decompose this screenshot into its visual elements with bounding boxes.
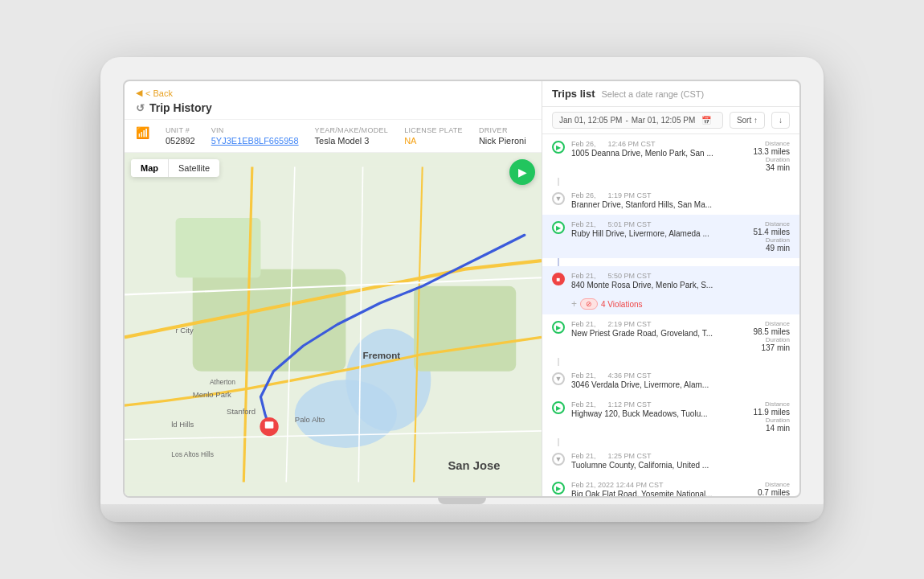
trip-location: Ruby Hill Drive, Livermore, Alameda ... — [571, 229, 746, 238]
sort-button[interactable]: Sort ↑ — [730, 112, 765, 129]
trip-time: Feb 21, 2:19 PM CST — [571, 320, 746, 328]
map-container: Map Satellite — [125, 153, 542, 496]
svg-text:Atherton: Atherton — [210, 378, 235, 386]
trip-item-selected[interactable]: ▶ Feb 21, 5:01 PM CST Ruby Hill Drive, L… — [542, 215, 799, 258]
duration-label: Duration — [753, 236, 790, 244]
svg-text:Palo Alto: Palo Alto — [295, 415, 325, 424]
trips-toolbar: Jan 01, 12:05 PM - Mar 01, 12:05 PM 📅 So… — [542, 107, 799, 134]
trip-time: Feb 21, 5:50 PM CST — [571, 272, 790, 280]
download-button[interactable]: ↓ — [771, 112, 790, 129]
svg-text:Los Altos Hills: Los Altos Hills — [171, 450, 214, 458]
trip-details: Feb 21, 1:12 PM CST Highway 120, Buck Me… — [571, 400, 746, 418]
trip-start-icon: ▶ — [552, 141, 565, 154]
play-button[interactable]: ▶ — [509, 159, 535, 185]
driver-group: Driver Nick Pieroni — [479, 126, 526, 146]
svg-rect-16 — [265, 421, 274, 428]
date-separator: - — [625, 116, 628, 125]
distance-label: Distance — [758, 481, 790, 488]
violations-row[interactable]: + ⊘ 4 Violations — [542, 295, 799, 314]
laptop-shell: ◀ < Back ↺ Trip History 📶 Unit # 052892 — [100, 57, 824, 522]
violations-label: 4 Violations — [601, 300, 643, 309]
trip-details: Feb 21, 2022 12:44 PM CST Big Oak Flat R… — [571, 481, 751, 496]
distance-label: Distance — [753, 220, 790, 228]
trip-details: Feb 21, 1:25 PM CST Tuolumne County, Cal… — [571, 452, 790, 470]
trip-time: Feb 21, 5:01 PM CST — [571, 220, 746, 228]
trip-location: Tuolumne County, California, United ... — [571, 461, 790, 470]
trip-end-icon: ■ — [552, 273, 565, 285]
left-panel: ◀ < Back ↺ Trip History 📶 Unit # 052892 — [125, 81, 542, 496]
date-from: Jan 01, 12:05 PM — [559, 116, 622, 125]
svg-text:Menlo Park: Menlo Park — [193, 390, 231, 399]
trip-item-selected-end[interactable]: ■ Feb 21, 5:50 PM CST 840 Monte Rosa Dri… — [542, 266, 799, 295]
plate-label: License Plate — [404, 126, 463, 134]
duration-value: 49 min — [753, 244, 790, 253]
trip-arrow-icon: ▼ — [552, 372, 565, 385]
laptop-base — [100, 504, 824, 522]
trip-item[interactable]: ▼ Feb 26, 1:19 PM CST Branner Drive, Sta… — [542, 186, 799, 215]
distance-label: Distance — [753, 400, 790, 408]
trips-list: ▶ Feb 26, 12:46 PM CST 1005 Deanna Drive… — [542, 134, 799, 496]
tab-satellite[interactable]: Satellite — [169, 159, 219, 177]
calendar-icon: 📅 — [701, 116, 711, 125]
vin-value[interactable]: 5YJ3E1EB8LF665958 — [211, 136, 299, 146]
distance-value: 51.4 miles — [753, 228, 790, 236]
trip-time: Feb 26, 12:46 PM CST — [571, 140, 746, 148]
svg-text:Fremont: Fremont — [363, 350, 401, 360]
duration-label: Duration — [753, 336, 790, 343]
vin-group: VIN 5YJ3E1EB8LF665958 — [211, 126, 299, 146]
plate-group: License Plate NA — [404, 126, 463, 146]
map-svg: San Jose Fremont r City ld Hills Los Alt… — [125, 153, 542, 496]
screen-content: ◀ < Back ↺ Trip History 📶 Unit # 052892 — [125, 81, 799, 496]
back-label: < Back — [145, 88, 173, 98]
driver-label: Driver — [479, 126, 526, 134]
trip-start-icon: ▶ — [552, 482, 565, 495]
svg-rect-5 — [414, 286, 516, 372]
vehicle-info: 📶 Unit # 052892 VIN 5YJ3E1EB8LF665958 Ye… — [125, 120, 542, 153]
date-to: Mar 01, 12:05 PM — [632, 116, 695, 125]
trip-location: 840 Monte Rosa Drive, Menlo Park, S... — [571, 281, 790, 290]
connector-line — [558, 358, 559, 366]
trip-details: Feb 26, 1:19 PM CST Branner Drive, Stanf… — [571, 191, 790, 209]
trip-location: Big Oak Flat Road, Yosemite National... — [571, 490, 751, 496]
date-range-label: Select a date range (CST) — [601, 89, 704, 99]
svg-text:San Jose: San Jose — [448, 459, 500, 472]
trip-details: Feb 21, 5:50 PM CST 840 Monte Rosa Drive… — [571, 272, 790, 290]
distance-value: 98.5 miles — [753, 327, 790, 336]
trip-location: 3046 Verdala Drive, Livermore, Alam... — [571, 380, 790, 389]
trip-time: Feb 21, 4:36 PM CST — [571, 372, 790, 380]
plate-value: NA — [404, 136, 463, 146]
trip-item[interactable]: ▶ Feb 26, 12:46 PM CST 1005 Deanna Drive… — [542, 134, 799, 178]
unit-label: Unit # — [166, 126, 195, 134]
trip-item[interactable]: ▶ Feb 21, 2022 12:44 PM CST Big Oak Flat… — [542, 475, 799, 496]
trip-details: Feb 21, 5:01 PM CST Ruby Hill Drive, Liv… — [571, 220, 746, 238]
laptop-notch — [438, 498, 486, 504]
tab-map[interactable]: Map — [131, 159, 169, 177]
duration-label: Duration — [753, 417, 790, 424]
laptop-screen: ◀ < Back ↺ Trip History 📶 Unit # 052892 — [123, 80, 801, 498]
trip-start-icon: ▶ — [552, 401, 565, 414]
distance-label: Distance — [753, 320, 790, 327]
duration-value: 137 min — [753, 343, 790, 352]
trip-item[interactable]: ▼ Feb 21, 4:36 PM CST 3046 Verdala Drive… — [542, 366, 799, 395]
right-panel: Trips list Select a date range (CST) Jan… — [542, 81, 799, 496]
back-link[interactable]: ◀ < Back — [136, 88, 530, 98]
trip-item[interactable]: ▶ Feb 21, 1:12 PM CST Highway 120, Buck … — [542, 395, 799, 438]
trip-stats: Distance 51.4 miles Duration 49 min — [753, 220, 790, 253]
connector-line — [558, 258, 559, 266]
date-range-input[interactable]: Jan 01, 12:05 PM - Mar 01, 12:05 PM 📅 — [552, 112, 723, 129]
distance-value: 13.3 miles — [753, 147, 790, 156]
trip-stats: Distance 98.5 miles Duration 137 min — [753, 320, 790, 352]
trip-start-icon-selected: ▶ — [552, 221, 565, 234]
trip-item[interactable]: ▶ Feb 21, 2:19 PM CST New Priest Grade R… — [542, 314, 799, 358]
trip-item[interactable]: ▼ Feb 21, 1:25 PM CST Tuolumne County, C… — [542, 446, 799, 475]
page-title: Trip History — [149, 101, 212, 114]
trip-time: Feb 21, 2022 12:44 PM CST — [571, 481, 751, 489]
svg-text:Stanford: Stanford — [227, 407, 256, 416]
top-bar: ◀ < Back ↺ Trip History — [125, 81, 542, 120]
trip-location: Highway 120, Buck Meadows, Tuolu... — [571, 409, 746, 418]
history-icon: ↺ — [136, 102, 145, 114]
back-arrow-icon: ◀ — [136, 88, 142, 98]
trip-time: Feb 21, 1:12 PM CST — [571, 400, 746, 409]
trip-time: Feb 21, 1:25 PM CST — [571, 452, 790, 460]
trip-details: Feb 26, 12:46 PM CST 1005 Deanna Drive, … — [571, 140, 746, 158]
